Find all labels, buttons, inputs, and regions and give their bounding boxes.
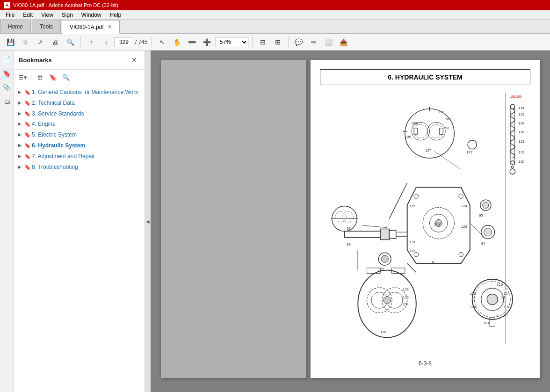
app-icon: A	[4, 2, 10, 8]
bookmark-icon-5: 🔖	[24, 131, 32, 138]
toolbar-separator-1	[80, 36, 81, 48]
save-button[interactable]: 💾	[4, 36, 17, 49]
svg-text:110: 110	[518, 160, 524, 164]
next-page-button[interactable]: ↓	[100, 36, 113, 49]
bookmark-title: Bookmarks	[19, 57, 52, 64]
side-icons: 📄 🔖 📎 🗂	[0, 51, 14, 392]
tab-home[interactable]: Home	[0, 20, 31, 33]
bookmark-toolbar: ☰▾ 🗑 🔖 🔍	[14, 70, 145, 85]
comment-button[interactable]: 💬	[292, 36, 305, 49]
cursor-tool-button[interactable]: ↖	[156, 36, 169, 49]
highlight-button[interactable]: ✏	[307, 36, 320, 49]
prev-page-button[interactable]: ↑	[85, 36, 98, 49]
svg-text:30: 30	[501, 300, 506, 304]
page-navigation: / 745	[115, 37, 148, 47]
menu-view[interactable]: View	[37, 11, 57, 19]
bookmark-label-5: 5. Electric System	[32, 131, 141, 139]
menu-help[interactable]: Help	[106, 11, 125, 19]
svg-text:103: 103	[504, 305, 510, 309]
bookmark-item-7[interactable]: ▶ 🔖 7. Adjustment and Repair	[14, 151, 145, 162]
bookmark-arrow-1[interactable]: ▶	[18, 89, 24, 95]
bookmark-arrow-3[interactable]: ▶	[18, 110, 24, 117]
svg-text:97: 97	[347, 226, 351, 231]
share-button[interactable]: ↗	[34, 36, 47, 49]
tab-document[interactable]: VIO80-1A.pdf ✕	[62, 21, 120, 34]
svg-text:100: 100	[445, 117, 451, 121]
bookmark-item-4[interactable]: ▶ 🔖 4. Engine	[14, 119, 145, 130]
hand-tool-button[interactable]: ✋	[171, 36, 184, 49]
bookmark-new-button[interactable]: 🔖	[47, 72, 58, 83]
svg-text:107: 107	[434, 222, 441, 226]
svg-text:N: N	[432, 260, 434, 264]
bookmark-icon-1: 🔖	[24, 89, 32, 96]
toolbar-separator-2	[152, 36, 152, 48]
menu-edit[interactable]: Edit	[19, 11, 36, 19]
main-area: 📄 🔖 📎 🗂 Bookmarks ✕ ☰▾ 🗑 🔖 🔍 ▶ 🔖 1. Gene…	[0, 51, 550, 392]
svg-text:123: 123	[461, 225, 467, 229]
panel-collapse-button[interactable]: ◀	[145, 51, 151, 392]
window-title: VIO80-1A.pdf - Adobe Acrobat Pro DC (32-…	[13, 2, 118, 8]
print-button[interactable]: 🖨	[49, 36, 62, 49]
bookmark-item-1[interactable]: ▶ 🔖 1. General Cautions for Maintenance …	[14, 87, 145, 98]
share2-button[interactable]: 📤	[337, 36, 350, 49]
pdf-page-right: 6. HYDRAULIC SYSTEM	[311, 60, 540, 378]
bookmark-label-4: 4. Engine	[32, 120, 141, 128]
svg-text:112: 112	[518, 150, 524, 154]
svg-text:98: 98	[347, 242, 351, 247]
menu-sign[interactable]: Sign	[58, 11, 77, 19]
page-total-label: / 745	[135, 39, 148, 45]
bookmark-item-2[interactable]: ▶ 🔖 2. Technical Data	[14, 98, 145, 109]
bookmark-item-6[interactable]: ▶ 🔖 6. Hydraulic System	[14, 140, 145, 151]
svg-text:108: 108	[470, 305, 476, 309]
zoom-select[interactable]: 57% 75% 100% 125% 150%	[216, 37, 248, 47]
zoom-in-button[interactable]: ➕	[201, 36, 214, 49]
bookmark-add-button[interactable]: ☆	[19, 36, 32, 49]
side-icon-attachments[interactable]: 📎	[2, 82, 12, 93]
side-icon-bookmarks[interactable]: 🔖	[2, 68, 12, 79]
bookmark-item-3[interactable]: ▶ 🔖 3. Service Standards	[14, 109, 145, 119]
bookmark-arrow-6[interactable]: ▶	[18, 142, 24, 149]
pdf-viewer[interactable]: 6. HYDRAULIC SYSTEM	[151, 51, 550, 392]
bookmark-arrow-2[interactable]: ▶	[18, 100, 24, 106]
fit-page-button[interactable]: ⊟	[256, 36, 269, 49]
tab-tools[interactable]: Tools	[32, 20, 61, 33]
svg-text:124: 124	[461, 204, 468, 208]
bookmark-arrow-4[interactable]: ▶	[18, 121, 24, 127]
bookmark-arrow-8[interactable]: ▶	[18, 164, 24, 170]
bookmark-arrow-5[interactable]: ▶	[18, 131, 24, 138]
fit-width-button[interactable]: ⊞	[271, 36, 284, 49]
bookmark-icon-6: 🔖	[24, 142, 32, 149]
svg-text:116: 116	[518, 130, 524, 134]
svg-text:122: 122	[378, 267, 384, 271]
bookmark-item-5[interactable]: ▶ 🔖 5. Electric System	[14, 130, 145, 140]
svg-text:82: 82	[495, 314, 499, 318]
menu-window[interactable]: Window	[78, 11, 105, 19]
bookmark-item-8[interactable]: ▶ 🔖 8. Troubleshooting	[14, 162, 145, 173]
svg-text:122: 122	[466, 150, 472, 154]
svg-text:105: 105	[405, 135, 411, 139]
zoom-out-button[interactable]: ➖	[186, 36, 199, 49]
side-icon-layers[interactable]: 🗂	[2, 96, 12, 107]
search-button[interactable]: 🔍	[64, 36, 77, 49]
bookmark-menu-button[interactable]: ☰▾	[17, 72, 28, 83]
bookmark-close-button[interactable]: ✕	[129, 54, 140, 65]
bookmark-arrow-7[interactable]: ▶	[18, 153, 24, 160]
svg-point-74	[487, 294, 498, 305]
svg-point-93	[381, 255, 388, 262]
bookmark-label-7: 7. Adjustment and Repair	[32, 152, 141, 160]
page-number-input[interactable]	[115, 37, 133, 47]
bm-toolbar-sep-1	[31, 73, 31, 81]
bookmark-panel: Bookmarks ✕ ☰▾ 🗑 🔖 🔍 ▶ 🔖 1. General Caut…	[14, 51, 145, 392]
svg-text:103/100: 103/100	[510, 95, 521, 98]
menu-file[interactable]: File	[2, 11, 18, 19]
diagram-section-title: 6. HYDRAULIC SYSTEM	[320, 69, 530, 85]
bookmark-delete-button[interactable]: 🗑	[34, 72, 45, 83]
redact-button[interactable]: ⬜	[322, 36, 335, 49]
bookmark-label-6: 6. Hydraulic System	[32, 142, 141, 150]
side-icon-page[interactable]: 📄	[2, 54, 12, 65]
svg-text:127: 127	[425, 148, 431, 152]
svg-text:113: 113	[518, 139, 524, 144]
tab-close-button[interactable]: ✕	[108, 24, 112, 30]
svg-text:104: 104	[403, 302, 409, 306]
bookmark-search-button[interactable]: 🔍	[60, 72, 72, 83]
